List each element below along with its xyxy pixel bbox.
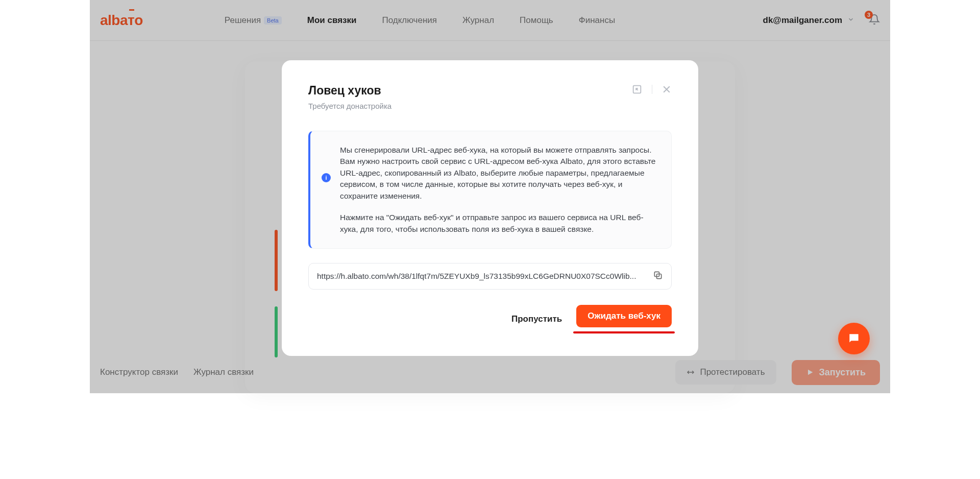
modal-overlay[interactable]: Ловец хуков Требуется донастройка i Мы с… (90, 0, 890, 393)
modal-subtitle: Требуется донастройка (308, 102, 391, 110)
info-paragraph: Мы сгенерировали URL-адрес веб-хука, на … (340, 145, 657, 202)
skip-button[interactable]: Пропустить (511, 314, 562, 324)
modal-title: Ловец хуков (308, 84, 391, 98)
expand-icon[interactable] (631, 84, 643, 95)
webhook-url-field[interactable]: https://h.albato.com/wh/38/1lfqt7m/5ZEYU… (308, 263, 672, 290)
info-box: i Мы сгенерировали URL-адрес веб-хука, н… (308, 131, 672, 249)
wait-button-label: Ожидать веб-хук (587, 311, 660, 321)
highlight-mark (573, 331, 675, 333)
webhook-catcher-modal: Ловец хуков Требуется донастройка i Мы с… (282, 60, 698, 356)
skip-button-label: Пропустить (511, 314, 562, 324)
info-icon: i (322, 173, 331, 182)
info-paragraph: Нажмите на "Ожидать веб-хук" и отправьте… (340, 212, 657, 235)
separator (652, 85, 652, 94)
copy-icon[interactable] (653, 270, 663, 282)
wait-webhook-button[interactable]: Ожидать веб-хук (576, 305, 672, 327)
chat-icon (847, 332, 861, 345)
webhook-url-value: https://h.albato.com/wh/38/1lfqt7m/5ZEYU… (317, 272, 648, 281)
close-icon[interactable] (662, 84, 672, 94)
chat-bubble-button[interactable] (838, 323, 870, 354)
